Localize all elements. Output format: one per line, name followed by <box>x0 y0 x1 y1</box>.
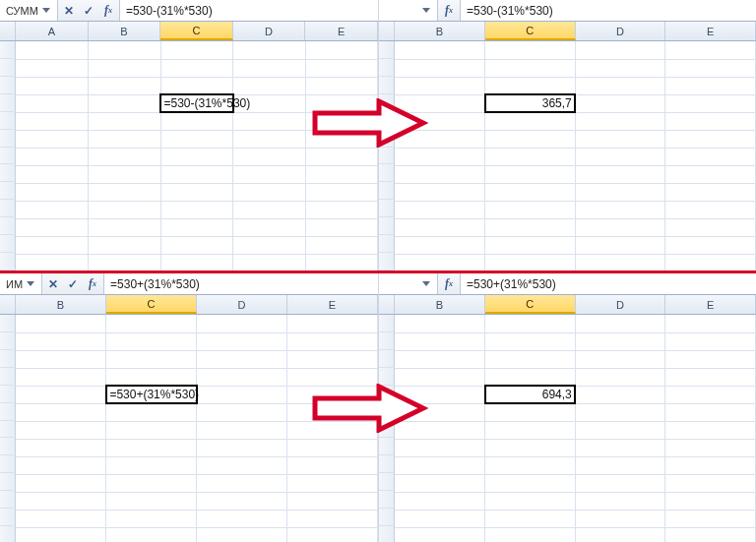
row-header[interactable] <box>379 315 395 332</box>
formula-input[interactable]: =530+(31%*530) <box>460 273 756 294</box>
row-header[interactable] <box>0 438 16 455</box>
formula-input[interactable]: =530+(31%*530) <box>103 273 378 294</box>
row-header[interactable] <box>379 473 395 491</box>
row-header[interactable] <box>0 509 16 526</box>
col-header[interactable]: D <box>197 295 287 314</box>
cells[interactable]: 694,3 <box>395 315 756 542</box>
row-header[interactable] <box>379 77 395 94</box>
col-header[interactable]: E <box>665 295 756 314</box>
row-header[interactable] <box>0 41 16 59</box>
dropdown-icon[interactable] <box>422 281 430 286</box>
row-header[interactable] <box>379 148 395 165</box>
row-header[interactable] <box>0 148 16 165</box>
grid[interactable]: 694,3 <box>379 315 756 542</box>
row-header[interactable] <box>379 182 395 200</box>
grid[interactable]: 365,7 <box>379 41 756 271</box>
fx-icon[interactable]: fx <box>84 276 101 292</box>
accept-button[interactable]: ✓ <box>80 3 97 19</box>
col-header[interactable]: D <box>576 295 666 314</box>
row-header[interactable] <box>379 94 395 112</box>
active-cell[interactable]: 365,7 <box>485 94 576 112</box>
row-header[interactable] <box>0 526 16 542</box>
col-header[interactable]: D <box>576 22 666 40</box>
row-header[interactable] <box>0 473 16 491</box>
dropdown-icon[interactable] <box>422 8 430 13</box>
col-header[interactable]: E <box>305 22 378 40</box>
cells[interactable]: 365,7 <box>395 41 756 271</box>
col-header[interactable]: B <box>395 295 485 314</box>
row-header[interactable] <box>0 421 16 439</box>
cells[interactable]: =530-(31%*530) <box>16 41 378 271</box>
formula-input[interactable]: =530-(31%*530) <box>460 0 756 21</box>
select-all-corner[interactable] <box>379 22 395 40</box>
row-header[interactable] <box>379 130 395 148</box>
col-header[interactable]: B <box>89 22 161 40</box>
cancel-button[interactable]: ✕ <box>44 276 62 292</box>
row-header[interactable] <box>379 438 395 455</box>
row-header[interactable] <box>0 386 16 403</box>
row-header[interactable] <box>0 164 16 182</box>
fx-icon[interactable]: fx <box>440 3 458 19</box>
row-header[interactable] <box>379 455 395 473</box>
row-header[interactable] <box>0 130 16 148</box>
row-header[interactable] <box>379 526 395 542</box>
row-header[interactable] <box>379 491 395 509</box>
col-header[interactable]: B <box>395 22 485 40</box>
active-cell[interactable]: =530+(31%*530) <box>106 386 197 403</box>
col-header[interactable]: B <box>16 295 106 314</box>
name-box[interactable]: ИМ <box>0 273 42 294</box>
row-header[interactable] <box>0 59 16 77</box>
row-header[interactable] <box>0 350 16 368</box>
row-header[interactable] <box>0 491 16 509</box>
row-header[interactable] <box>379 217 395 235</box>
col-header-selected[interactable]: C <box>485 295 576 314</box>
row-header[interactable] <box>379 386 395 403</box>
row-header[interactable] <box>0 455 16 473</box>
row-header[interactable] <box>0 253 16 271</box>
select-all-corner[interactable] <box>0 22 16 40</box>
select-all-corner[interactable] <box>379 295 395 314</box>
row-header[interactable] <box>379 509 395 526</box>
col-header-selected[interactable]: C <box>485 22 576 40</box>
active-cell[interactable]: 694,3 <box>485 386 576 403</box>
select-all-corner[interactable] <box>0 295 16 314</box>
row-header[interactable] <box>0 77 16 94</box>
row-header[interactable] <box>379 368 395 386</box>
cells[interactable]: =530+(31%*530) <box>16 315 378 542</box>
row-header[interactable] <box>0 217 16 235</box>
col-header[interactable]: D <box>233 22 306 40</box>
row-header[interactable] <box>0 332 16 350</box>
row-header[interactable] <box>379 200 395 217</box>
row-header[interactable] <box>0 368 16 386</box>
fx-icon[interactable]: fx <box>440 276 458 292</box>
col-header[interactable]: E <box>287 295 378 314</box>
dropdown-icon[interactable] <box>27 281 34 286</box>
cancel-button[interactable]: ✕ <box>60 3 78 19</box>
dropdown-icon[interactable] <box>42 8 50 13</box>
row-header[interactable] <box>379 59 395 77</box>
col-header[interactable]: E <box>665 22 756 40</box>
row-header[interactable] <box>379 421 395 439</box>
active-cell[interactable]: =530-(31%*530) <box>160 94 233 112</box>
name-box[interactable] <box>379 0 438 21</box>
row-header[interactable] <box>379 112 395 130</box>
col-header[interactable]: A <box>16 22 89 40</box>
row-header[interactable] <box>0 182 16 200</box>
grid[interactable]: =530-(31%*530) <box>0 41 378 271</box>
row-header[interactable] <box>379 350 395 368</box>
col-header-selected[interactable]: C <box>160 22 233 40</box>
row-header[interactable] <box>379 253 395 271</box>
row-header[interactable] <box>0 235 16 253</box>
row-header[interactable] <box>0 403 16 421</box>
row-header[interactable] <box>379 41 395 59</box>
name-box[interactable] <box>379 273 438 294</box>
fx-icon[interactable]: fx <box>99 3 117 19</box>
row-header[interactable] <box>379 403 395 421</box>
row-header[interactable] <box>379 164 395 182</box>
accept-button[interactable]: ✓ <box>64 276 82 292</box>
row-header[interactable] <box>0 112 16 130</box>
formula-input[interactable]: =530-(31%*530) <box>119 0 378 21</box>
name-box[interactable]: СУММ <box>0 0 58 21</box>
row-header[interactable] <box>0 315 16 332</box>
grid[interactable]: =530+(31%*530) <box>0 315 378 542</box>
